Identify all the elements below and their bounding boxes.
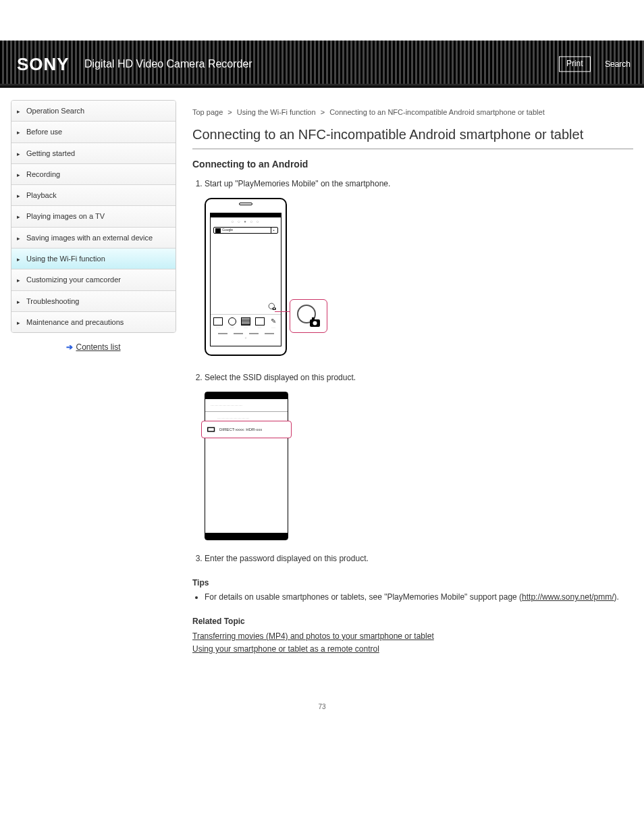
step-2: Select the SSID displayed on this produc… [205, 371, 633, 540]
chevron-right-icon: ▸ [17, 213, 20, 221]
related-link-2[interactable]: Using your smartphone or tablet as a rem… [192, 644, 379, 654]
pmm-support-link[interactable]: http://www.sony.net/pmm/ [522, 592, 614, 602]
sidebar-item-wifi[interactable]: ▸Using the Wi-Fi function [11, 249, 176, 269]
print-button[interactable]: Print [559, 56, 591, 72]
sidebar-item-label: Operation Search [26, 107, 84, 115]
chevron-right-icon: ▸ [17, 298, 20, 307]
chevron-right-icon: ▸ [17, 129, 20, 137]
homescreen-area [211, 234, 281, 314]
step-text: Select the SSID displayed on this produc… [205, 371, 633, 384]
footer-bar [205, 533, 288, 540]
search-label: Google [222, 228, 233, 233]
earpiece-icon [239, 203, 252, 205]
figure-1-wrap: ○ ○ ● ○ ○ Google • [205, 198, 633, 359]
svg-point-2 [273, 308, 275, 309]
chevron-right-icon: ▸ [17, 151, 20, 159]
figure-2-wrap: …………………… …………………… DIRECT-xxxx: HDR-xxx [205, 392, 633, 540]
wifi-row-placeholder: …………………… [205, 399, 288, 412]
page-wrap: ▸Operation Search ▸Before use ▸Getting s… [0, 88, 644, 683]
crumb-sep: > [227, 108, 232, 116]
sidebar-item-customizing[interactable]: ▸Customizing your camcorder [11, 269, 176, 290]
phone-illustration: ○ ○ ● ○ ○ Google • [205, 198, 287, 356]
arrow-right-icon: ➔ [66, 342, 73, 352]
svg-point-5 [313, 321, 317, 325]
sidebar-item-maintenance[interactable]: ▸Maintenance and precautions [11, 312, 176, 332]
page-number: 73 [0, 703, 644, 710]
chevron-right-icon: ▸ [17, 235, 20, 243]
brand-logo: SONY [17, 54, 70, 75]
header-right: Print Search [559, 56, 630, 72]
sidebar-item-troubleshooting[interactable]: ▸Troubleshooting [11, 291, 176, 312]
chevron-right-icon: ▸ [17, 256, 20, 264]
tips-list: For details on usable smartphones or tab… [205, 592, 633, 603]
sidebar-item-playback[interactable]: ▸Playback [11, 185, 176, 206]
crumb-link[interactable]: Using the Wi-Fi function [237, 108, 316, 116]
step-text: Start up "PlayMemories Mobile" on the sm… [205, 178, 633, 190]
dock: …… …… …… …… ✎…… [211, 314, 281, 331]
search-bar: Google • [213, 227, 278, 234]
ssid-text: DIRECT-xxxx: HDR-xxx [219, 427, 262, 433]
callout-line [275, 311, 291, 312]
tips-heading: Tips [192, 578, 633, 588]
search-button[interactable]: Search [605, 59, 630, 69]
sidebar-item-label: Before use [26, 128, 62, 136]
tip-text-a: For details on usable smartphones or tab… [205, 592, 522, 602]
wifi-icon [207, 426, 217, 433]
sidebar-item-label: Customizing your camcorder [26, 276, 121, 284]
figure-1: ○ ○ ● ○ ○ Google • [205, 198, 287, 356]
sidebar-item-label: Recording [26, 170, 60, 178]
svg-rect-8 [208, 428, 213, 431]
crumb-current: Connecting to an NFC-incompatible Androi… [329, 108, 545, 116]
sidebar-item-playing-on-tv[interactable]: ▸Playing images on a TV [11, 206, 176, 227]
svg-rect-6 [312, 317, 315, 319]
sidebar-item-operation-search[interactable]: ▸Operation Search [11, 101, 176, 122]
step-1: Start up "PlayMemories Mobile" on the sm… [205, 178, 633, 359]
sidebar-item-before-use[interactable]: ▸Before use [11, 122, 176, 142]
related-heading: Related Topic [192, 617, 633, 626]
figure-2: …………………… …………………… DIRECT-xxxx: HDR-xxx [205, 392, 288, 540]
pmm-icon [267, 302, 277, 311]
contents-list-link[interactable]: Contents list [76, 342, 120, 352]
crumb-link[interactable]: Top page [192, 108, 223, 116]
sidebar-item-label: Maintenance and precautions [26, 318, 124, 326]
sidebar-item-getting-started[interactable]: ▸Getting started [11, 143, 176, 164]
chevron-right-icon: ▸ [17, 277, 20, 285]
header-bar [205, 392, 288, 399]
wifi-list-illustration: …………………… …………………… DIRECT-xxxx: HDR-xxx [205, 392, 288, 540]
sidebar-item-label: Troubleshooting [26, 297, 79, 305]
sidebar-item-recording[interactable]: ▸Recording [11, 164, 176, 185]
page-title: Connecting to an NFC-incompatible Androi… [192, 126, 633, 143]
sidebar-foot: ➔Contents list [11, 342, 176, 352]
header-band: SONY Digital HD Video Camera Recorder Pr… [0, 41, 644, 88]
chevron-right-icon: ▸ [17, 172, 20, 180]
tip-item: For details on usable smartphones or tab… [205, 592, 633, 603]
chevron-right-icon: ▸ [17, 192, 20, 201]
tip-text-b: ). [614, 592, 619, 602]
sidebar-item-label: Using the Wi-Fi function [26, 255, 105, 263]
square-icon [215, 228, 221, 233]
step-text: Enter the password displayed on this pro… [205, 552, 633, 565]
product-name: Digital HD Video Camera Recorder [84, 58, 252, 70]
steps-list: Start up "PlayMemories Mobile" on the sm… [205, 178, 633, 565]
sidebar: ▸Operation Search ▸Before use ▸Getting s… [11, 100, 176, 333]
sidebar-item-label: Saving images with an external device [26, 234, 153, 242]
sidebar-item-label: Getting started [26, 149, 75, 157]
sidebar-item-label: Playback [26, 191, 57, 199]
chevron-right-icon: ▸ [17, 319, 20, 328]
home-icon: ○ [211, 334, 281, 341]
chevron-right-icon: ▸ [17, 108, 20, 116]
step-3: Enter the password displayed on this pro… [205, 552, 633, 565]
ssid-row-callout: DIRECT-xxxx: HDR-xxx [201, 421, 292, 438]
header-gradient [0, 84, 644, 88]
callout-pmm-icon [290, 299, 327, 333]
title-rule [192, 149, 633, 149]
subtitle: Connecting to an Android [192, 159, 633, 170]
sidebar-item-saving-external[interactable]: ▸Saving images with an external device [11, 228, 176, 249]
sidebar-item-label: Playing images on a TV [26, 212, 105, 220]
breadcrumb: Top page > Using the Wi-Fi function > Co… [192, 108, 633, 116]
mic-icon: • [271, 228, 276, 233]
sidebar-column: ▸Operation Search ▸Before use ▸Getting s… [11, 100, 176, 656]
related-link-1[interactable]: Transferring movies (MP4) and photos to … [192, 631, 434, 641]
page-dots-icon: ○ ○ ● ○ ○ [211, 217, 281, 226]
content: Top page > Using the Wi-Fi function > Co… [192, 100, 633, 656]
